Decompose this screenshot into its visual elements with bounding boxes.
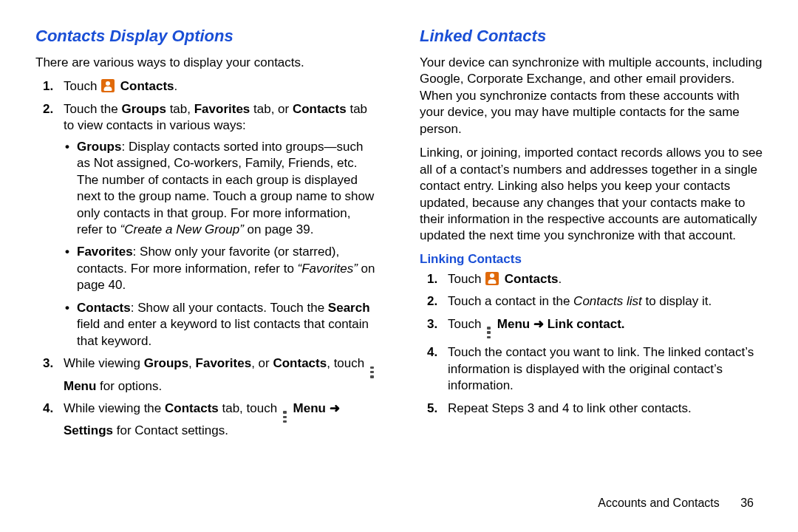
text: tab, touch [219,401,281,415]
text: Contacts [273,356,327,370]
text: Favorites [196,356,252,370]
text: Groups [144,356,188,370]
section-title-linked: Linked Contacts [420,27,763,46]
page-footer: Accounts and Contacts 36 [598,497,754,510]
menu-icon [370,366,375,378]
text: Favorites [77,245,133,259]
link-step-4: Touch the contact you want to link. The … [448,344,763,394]
linked-p2: Linking, or joining, imported contact re… [420,145,763,245]
text: tab, [166,102,194,116]
link-step-3: Touch Menu ➜ Link contact. [448,316,763,339]
contacts-icon [101,79,115,92]
settings-label: Settings [64,423,113,437]
text: field and enter a keyword to list contac… [77,317,369,347]
linking-steps-list: Touch Contacts. Touch a contact in the C… [420,271,763,417]
text: Contacts [293,102,347,116]
link-step-2: Touch a contact in the Contacts list to … [448,293,763,310]
page-number: 36 [740,497,754,510]
text: to display it. [642,294,712,308]
text: Groups [77,140,121,154]
bullet-favorites: Favorites: Show only your favorite (or s… [77,244,378,293]
left-column: Contacts Display Options There are vario… [35,27,378,446]
subheading-linking: Linking Contacts [420,252,763,267]
text: . [174,79,178,93]
contacts-label: Contacts [120,79,174,93]
link-step-5: Repeat Steps 3 and 4 to link other conta… [448,400,763,417]
cross-ref: “Create a New Group” [120,222,244,236]
bullet-contacts: Contacts: Show all your contacts. Touch … [77,300,378,349]
menu-icon [487,327,491,338]
text: on page 39. [244,222,314,236]
text: Groups [121,102,166,116]
footer-section: Accounts and Contacts [598,497,720,509]
text: , touch [327,356,368,370]
text: Touch a contact in the [448,294,573,308]
text: . [559,272,562,286]
text: for options. [96,379,162,393]
text: for Contact settings. [113,423,228,437]
step-2: Touch the Groups tab, Favorites tab, or … [64,101,378,349]
link-step-1: Touch Contacts. [448,271,763,287]
text: Search [328,301,370,315]
step-3: While viewing Groups, Favorites, or Cont… [64,355,378,395]
arrow-icon: ➜ [530,317,547,331]
contacts-label: Contacts [505,272,559,286]
cross-ref: “Favorites” [298,262,358,276]
text: Touch [448,317,485,331]
menu-icon [283,411,287,423]
link-contact-label: Link contact. [548,317,625,331]
right-column: Linked Contacts Your device can synchron… [420,27,763,446]
text: While viewing [64,356,144,370]
menu-label: Menu [497,317,530,331]
text: Favorites [194,102,250,116]
text: Touch [64,79,100,93]
text: : Show all your contacts. Touch the [131,301,328,315]
step-1: Touch Contacts. [64,78,378,95]
arrow-icon: ➜ [326,401,340,415]
text: , or [251,356,273,370]
menu-label: Menu [64,379,96,393]
step2-sub-list: Groups: Display contacts sorted into gro… [64,139,378,349]
contacts-icon [485,272,499,285]
contacts-list-ref: Contacts list [573,294,642,308]
bullet-groups: Groups: Display contacts sorted into gro… [77,139,378,239]
step-4: While viewing the Contacts tab, touch Me… [64,400,378,440]
text: Touch [448,272,485,286]
menu-label: Menu [293,401,326,415]
text: , [188,356,195,370]
section-title-display-options: Contacts Display Options [35,27,378,46]
text: While viewing the [64,401,165,415]
text: Touch the [64,102,121,116]
text: tab, or [250,102,293,116]
text: Contacts [165,401,219,415]
text: Contacts [77,301,131,315]
page-body: Contacts Display Options There are vario… [0,0,798,460]
linked-p1: Your device can synchronize with multipl… [420,55,763,137]
intro-text: There are various ways to display your c… [35,55,378,71]
display-steps-list: Touch Contacts. Touch the Groups tab, Fa… [35,78,378,439]
